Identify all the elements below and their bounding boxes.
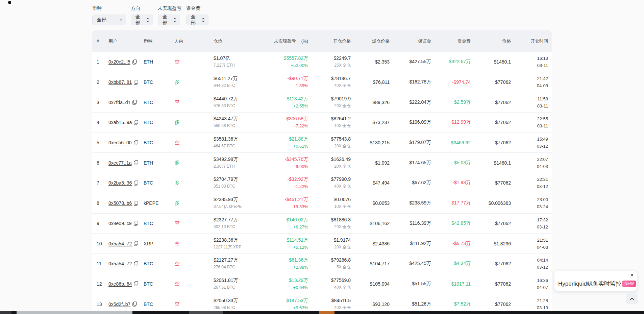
user-address-link[interactable]: 0x5d2f..b7 (108, 301, 130, 307)
position-amount: 576.33 BTC (214, 102, 268, 110)
margin-cell: $51.26万 (390, 301, 431, 307)
rank-cell: 7 (92, 180, 108, 186)
user-address-link[interactable]: 0xab15..9a (108, 120, 132, 125)
user-address-link[interactable]: 0x8e09..c9 (108, 221, 132, 226)
coin-cell: BTC (144, 281, 175, 287)
position-value: $2127.27万 (214, 257, 268, 264)
coin-cell: BTC (144, 261, 175, 266)
rank-cell: 8 (92, 200, 108, 206)
copy-icon[interactable] (134, 160, 138, 165)
chevron-up-icon (629, 296, 635, 302)
open-price-value: $81886.3 (308, 216, 351, 223)
open-date: 03-24 (511, 203, 548, 210)
header-funding: 资金费 (431, 38, 471, 44)
user-address-link[interactable]: 0x5a54..72 (108, 241, 132, 246)
user-cell: 0x5a54..72 (108, 261, 144, 266)
leverage-label: 20X 全仓 (308, 244, 351, 251)
funding-filter-select[interactable]: 全部 (186, 15, 208, 25)
open-date: 03-11 (511, 102, 548, 110)
copy-icon[interactable] (134, 281, 138, 286)
copy-icon[interactable] (132, 301, 137, 307)
open-time: 21:28 (511, 297, 548, 304)
position-value: $2704.79万 (214, 176, 268, 183)
user-address-link[interactable]: 0xbb87..81 (108, 79, 132, 85)
promo-title-row[interactable]: Hyperliquid鲸鱼实时监控 NEW (558, 280, 636, 288)
copy-icon[interactable] (134, 261, 138, 266)
coin-cell: BTC (144, 221, 175, 226)
side-cell: 空 (175, 59, 214, 65)
user-cell: 0x5d2f..b7 (108, 301, 144, 307)
position-amount: 302.10 BTC (214, 223, 268, 231)
user-address-link[interactable]: 0xec77..1a (108, 160, 132, 166)
user-address-link[interactable]: 0x5a54..72 (108, 261, 132, 266)
user-address-link[interactable]: 0x20c2..f5 (108, 59, 130, 65)
filter-label-funding: 资金费 (186, 5, 208, 11)
copy-icon[interactable] (134, 80, 138, 85)
user-address-link[interactable]: 0xecb6..00 (108, 140, 132, 145)
funding-cell: -$1.93万 (431, 180, 471, 186)
liq-price-cell: $0.0053 (351, 200, 390, 206)
rank-cell: 4 (92, 120, 108, 125)
promo-title: Hyperliquid鲸鱼实时监控 (558, 280, 621, 288)
open-time: 22:55 (511, 115, 548, 122)
margin-cell: $427.55万 (390, 59, 431, 65)
open-time-cell: 11:58 03-11 (511, 95, 548, 110)
copy-icon[interactable] (134, 140, 138, 145)
position-cell: $2127.27万 276.04 BTC (214, 257, 268, 271)
side-filter-select[interactable]: 全部 (131, 15, 153, 25)
open-price-value: $84511.5 (308, 297, 351, 304)
open-date: 03-12 (511, 183, 548, 190)
copy-icon[interactable] (132, 100, 137, 105)
open-date: 03-19 (511, 304, 548, 311)
pnl-filter-select[interactable]: 全部 (158, 15, 180, 25)
position-value: $2327.77万 (214, 216, 268, 223)
header-user: 用户 (108, 38, 144, 44)
table-row: 4 0xab15..9a BTC 多 $4243.47万 550.58 BTC … (92, 112, 552, 132)
side-cell: 空 (175, 261, 214, 267)
copy-icon[interactable] (134, 221, 138, 226)
copy-icon[interactable] (132, 59, 137, 65)
pnl-cell: -$461.21万 -19.33% (268, 196, 308, 210)
rank-cell: 9 (92, 221, 108, 226)
coin-cell: BTC (144, 140, 175, 145)
open-price-value: $1.9174 (308, 237, 351, 244)
close-icon[interactable]: ✕ (630, 272, 634, 278)
table-row: 10 0x5a54..72 XRP 空 $2238.36万 1227.11万 X… (92, 233, 552, 253)
open-price-cell: $79019.9 20X 全仓 (308, 95, 351, 110)
copy-icon[interactable] (134, 120, 138, 125)
copy-icon[interactable] (134, 201, 138, 206)
user-address-link[interactable]: 0x7fda..d1 (108, 100, 130, 105)
pnl-value: $197.53万 (268, 297, 308, 304)
user-cell: 0x20c2..f5 (108, 59, 144, 65)
open-date: 03-12 (511, 223, 548, 231)
open-price-value: $77990.9 (308, 176, 351, 183)
pnl-value: -$306.58万 (268, 115, 308, 122)
table-row: 9 0x8e09..c9 BTC 空 $2327.77万 302.10 BTC … (92, 213, 552, 234)
user-cell: 0x8e09..c9 (108, 221, 144, 226)
filter-group-coin: 币种 全部 (92, 5, 126, 25)
user-address-link[interactable]: 0x2ba5..36 (108, 180, 132, 186)
position-amount: 265.98 BTC (214, 304, 268, 311)
filter-bar: 币种 全部 方向 全部 未实现盈亏 全部 资金费 全部 (92, 5, 213, 25)
liq-price-cell: $105,094 (351, 281, 390, 287)
user-address-link[interactable]: 0xe86b..64 (108, 281, 132, 287)
pnl-value: -$345.76万 (268, 156, 308, 163)
pnl-cell: $13.29万 +0.64% (268, 277, 308, 291)
position-value: $6511.27万 (214, 75, 268, 82)
side-filter-value: 全部 (135, 14, 144, 26)
horizontal-scrollbar-thumb[interactable] (17, 311, 132, 314)
open-time-cell: 22:55 03-11 (511, 115, 548, 129)
pnl-cell: -$306.58万 -7.22% (268, 115, 308, 129)
user-address-link[interactable]: 0x5078..b6 (108, 200, 132, 206)
pnl-percent: -19.33% (268, 203, 308, 210)
price-cell: $1480.1 (471, 59, 511, 65)
copy-icon[interactable] (134, 180, 138, 186)
open-time: 16:36 (511, 277, 548, 284)
copy-icon[interactable] (134, 241, 138, 246)
coin-filter-select[interactable]: 全部 (92, 15, 126, 25)
position-value: $2050.33万 (214, 297, 268, 304)
open-price-cell: $77569.8 40X 全仓 (308, 277, 351, 291)
open-time-cell: 23:00 03-24 (511, 196, 548, 210)
open-date: 03-11 (511, 62, 548, 69)
scroll-to-top-button[interactable] (626, 293, 638, 304)
